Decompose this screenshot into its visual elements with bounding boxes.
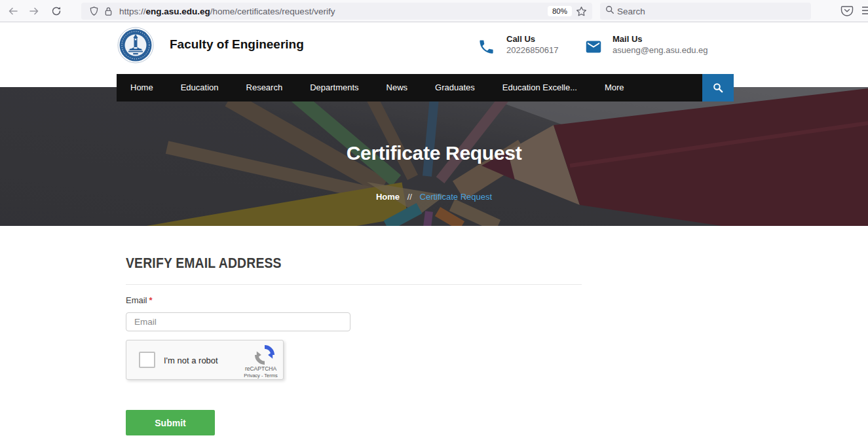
url-bar[interactable]: https://eng.asu.edu.eg/home/certificates… bbox=[81, 3, 592, 20]
reload-button[interactable] bbox=[47, 2, 66, 20]
form-heading: VERIFY EMAIL ADDRESS bbox=[126, 255, 282, 272]
mail-icon bbox=[584, 38, 603, 58]
back-button[interactable] bbox=[4, 2, 22, 20]
url-scheme: https:// bbox=[119, 7, 146, 16]
phone-icon bbox=[478, 38, 495, 58]
nav-item-home[interactable]: Home bbox=[117, 74, 167, 101]
nav-item-education[interactable]: Education bbox=[167, 74, 233, 101]
hero-banner: Certificate Request Home // Certificate … bbox=[0, 87, 868, 226]
email-field[interactable] bbox=[126, 312, 350, 331]
divider bbox=[126, 284, 582, 285]
pocket-icon[interactable] bbox=[840, 3, 854, 20]
nav-item-departments[interactable]: Departments bbox=[296, 74, 372, 101]
shield-icon[interactable] bbox=[86, 4, 101, 18]
url-text: https://eng.asu.edu.eg/home/certificates… bbox=[119, 7, 335, 16]
page: https://eng.asu.edu.eg/home/certificates… bbox=[0, 0, 868, 442]
nav-item-more[interactable]: More bbox=[591, 74, 638, 101]
url-path: /home/certificates/request/verify bbox=[210, 7, 335, 16]
breadcrumb: Home // Certificate Request bbox=[0, 192, 868, 202]
site-search-button[interactable] bbox=[702, 74, 734, 101]
breadcrumb-home-link[interactable]: Home bbox=[376, 192, 400, 202]
required-asterisk: * bbox=[149, 295, 153, 305]
reload-icon bbox=[51, 6, 62, 16]
forward-button[interactable] bbox=[25, 2, 43, 20]
mail-us-label: Mail Us bbox=[613, 34, 643, 44]
nav-item-education-excellence[interactable]: Education Excelle... bbox=[489, 74, 591, 101]
url-domain: eng.asu.edu.eg bbox=[146, 7, 210, 16]
content-area: VERIFY EMAIL ADDRESS Email* I'm not a ro… bbox=[0, 226, 868, 442]
nav-item-news[interactable]: News bbox=[373, 74, 422, 101]
submit-button[interactable]: Submit bbox=[126, 410, 215, 435]
mail-us-address: asueng@eng.asu.edu.eg bbox=[613, 45, 708, 55]
zoom-level-badge[interactable]: 80% bbox=[548, 6, 572, 16]
breadcrumb-current: Certificate Request bbox=[420, 192, 493, 202]
recaptcha-checkbox[interactable] bbox=[139, 352, 155, 368]
call-us-label: Call Us bbox=[506, 34, 535, 44]
search-icon bbox=[605, 5, 614, 17]
forward-arrow-icon bbox=[29, 6, 39, 16]
main-navigation: Home Education Research Departments News… bbox=[117, 74, 734, 101]
browser-search-placeholder: Search bbox=[617, 7, 645, 16]
page-title: Certificate Request bbox=[0, 142, 868, 164]
recaptcha-widget: I'm not a robot reCAPTCHA Privacy - Term… bbox=[126, 340, 284, 380]
back-arrow-icon bbox=[8, 6, 18, 16]
university-logo[interactable] bbox=[117, 27, 154, 64]
recaptcha-label: I'm not a robot bbox=[164, 356, 218, 365]
nav-item-graduates[interactable]: Graduates bbox=[421, 74, 489, 101]
recaptcha-brand: reCAPTCHA bbox=[242, 365, 279, 372]
nav-item-research[interactable]: Research bbox=[233, 74, 297, 101]
recaptcha-privacy-terms-links[interactable]: Privacy - Terms bbox=[242, 373, 279, 378]
menu-icon[interactable] bbox=[861, 3, 868, 20]
site-title[interactable]: Faculty of Engineering bbox=[170, 37, 304, 52]
browser-toolbar: https://eng.asu.edu.eg/home/certificates… bbox=[0, 0, 868, 22]
browser-search-input[interactable]: Search bbox=[600, 3, 811, 20]
recaptcha-logo-icon bbox=[255, 345, 274, 365]
email-label: Email* bbox=[126, 295, 153, 305]
breadcrumb-separator: // bbox=[407, 192, 412, 202]
email-label-text: Email bbox=[126, 295, 147, 305]
call-us-number: 20226850617 bbox=[506, 45, 559, 55]
search-icon bbox=[713, 83, 723, 93]
lock-icon[interactable] bbox=[101, 4, 115, 18]
bookmark-star-icon[interactable] bbox=[576, 6, 587, 17]
